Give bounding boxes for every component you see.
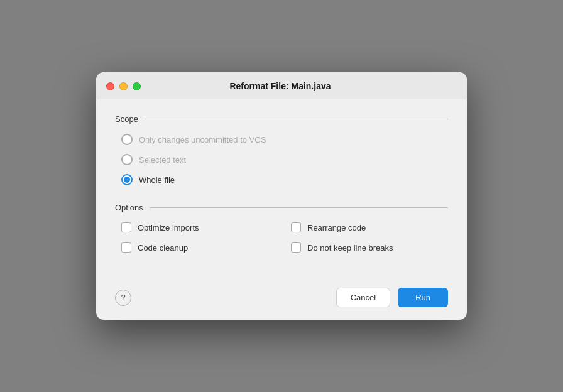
window-controls [106, 82, 141, 90]
radio-whole-file-label: Whole file [139, 175, 175, 185]
minimize-button[interactable] [119, 82, 128, 90]
radio-selected-text-label: Selected text [139, 155, 186, 165]
checkbox-rearrange-code[interactable]: Rearrange code [291, 222, 448, 232]
scope-divider [145, 119, 448, 119]
dialog-body: Scope Only changes uncommitted to VCS Se… [96, 99, 467, 280]
checkbox-rearrange-code-label: Rearrange code [307, 223, 366, 232]
radio-selected-text-indicator [121, 154, 133, 165]
radio-vcs[interactable]: Only changes uncommitted to VCS [121, 134, 448, 145]
checkbox-no-line-breaks-box [291, 242, 301, 253]
scope-label: Scope [115, 114, 138, 124]
checkbox-code-cleanup-box [121, 242, 131, 253]
checkbox-no-line-breaks[interactable]: Do not keep line breaks [291, 242, 448, 253]
checkbox-optimize-imports-box [121, 222, 131, 232]
checkbox-rearrange-code-box [291, 222, 301, 232]
maximize-button[interactable] [133, 82, 141, 90]
run-button[interactable]: Run [398, 288, 448, 307]
radio-vcs-label: Only changes uncommitted to VCS [139, 135, 266, 144]
options-label: Options [115, 203, 143, 212]
checkbox-optimize-imports-label: Optimize imports [138, 223, 199, 232]
checkbox-code-cleanup[interactable]: Code cleanup [121, 242, 278, 253]
help-button[interactable]: ? [115, 290, 131, 306]
radio-vcs-indicator [121, 134, 133, 145]
scope-section-header: Scope [115, 114, 448, 124]
options-divider [150, 207, 448, 208]
radio-selected-text[interactable]: Selected text [121, 154, 448, 165]
cancel-button[interactable]: Cancel [336, 288, 390, 307]
checkbox-no-line-breaks-label: Do not keep line breaks [307, 243, 393, 253]
title-bar: Reformat File: Main.java [96, 72, 467, 99]
dialog-footer: ? Cancel Run [96, 280, 467, 320]
options-checkbox-grid: Optimize imports Rearrange code Code cle… [121, 222, 448, 253]
options-section-header: Options [115, 203, 448, 212]
scope-radio-group: Only changes uncommitted to VCS Selected… [121, 134, 448, 185]
checkbox-code-cleanup-label: Code cleanup [138, 243, 188, 253]
close-button[interactable] [106, 82, 114, 90]
radio-whole-file-indicator [121, 174, 133, 185]
radio-whole-file[interactable]: Whole file [121, 174, 448, 185]
reformat-dialog: Reformat File: Main.java Scope Only chan… [96, 72, 467, 320]
dialog-title: Reformat File: Main.java [229, 81, 331, 91]
checkbox-optimize-imports[interactable]: Optimize imports [121, 222, 278, 232]
options-section: Options Optimize imports Rearrange code … [115, 203, 448, 253]
footer-actions: Cancel Run [336, 288, 448, 307]
